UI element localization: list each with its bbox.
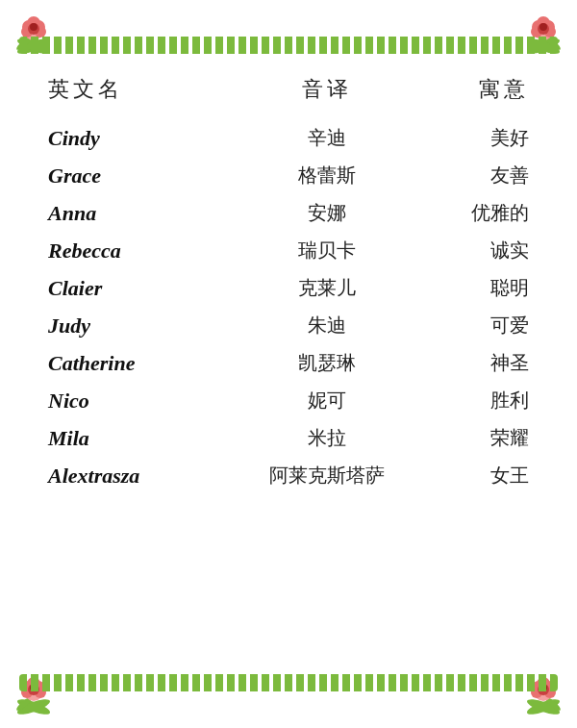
phonetic-name: 安娜	[240, 200, 414, 226]
table-row: Nico 妮可 胜利	[48, 382, 529, 419]
meaning-name: 荣耀	[414, 425, 529, 451]
table-row: Claier 克莱儿 聪明	[48, 269, 529, 307]
phonetic-name: 米拉	[240, 425, 414, 451]
english-name: Claier	[48, 276, 240, 301]
meaning-name: 胜利	[414, 388, 529, 414]
table-container: 英文名 音译 寓意 Cindy 辛迪 美好 Grace 格蕾斯 友善 Anna …	[29, 58, 548, 670]
phonetic-name: 瑞贝卡	[240, 238, 414, 264]
table-row: Judy 朱迪 可爱	[48, 307, 529, 344]
meaning-name: 女王	[414, 463, 529, 489]
phonetic-name: 克莱儿	[240, 275, 414, 301]
english-name: Cindy	[48, 126, 240, 151]
table-row: Cindy 辛迪 美好	[48, 119, 529, 157]
table-row: Catherine 凯瑟琳 神圣	[48, 344, 529, 382]
svg-point-21	[539, 23, 547, 31]
english-name: Nico	[48, 389, 240, 414]
border-top	[19, 37, 558, 54]
svg-point-10	[30, 23, 38, 31]
header-meaning: 寓意	[414, 75, 529, 104]
table-row: Grace 格蕾斯 友善	[48, 157, 529, 194]
english-name: Judy	[48, 314, 240, 339]
phonetic-name: 朱迪	[240, 313, 414, 339]
table-row: Rebecca 瑞贝卡 诚实	[48, 232, 529, 269]
phonetic-name: 妮可	[240, 388, 414, 414]
phonetic-name: 格蕾斯	[240, 163, 414, 188]
meaning-name: 可爱	[414, 313, 529, 339]
table-row: Anna 安娜 优雅的	[48, 194, 529, 232]
english-name: Alextrasza	[48, 464, 240, 489]
english-name: Catherine	[48, 351, 240, 376]
phonetic-name: 阿莱克斯塔萨	[240, 463, 414, 489]
meaning-name: 诚实	[414, 238, 529, 264]
meaning-name: 友善	[414, 163, 529, 188]
meaning-name: 聪明	[414, 275, 529, 301]
phonetic-name: 凯瑟琳	[240, 350, 414, 376]
english-name: Mila	[48, 426, 240, 451]
english-name: Rebecca	[48, 238, 240, 264]
rows-container: Cindy 辛迪 美好 Grace 格蕾斯 友善 Anna 安娜 优雅的 Reb…	[48, 119, 529, 494]
meaning-name: 优雅的	[414, 200, 529, 226]
header-phonetic: 音译	[240, 75, 414, 104]
english-name: Grace	[48, 163, 240, 188]
english-name: Anna	[48, 201, 240, 226]
meaning-name: 神圣	[414, 350, 529, 376]
meaning-name: 美好	[414, 125, 529, 151]
table-row: Mila 米拉 荣耀	[48, 419, 529, 457]
table-header: 英文名 音译 寓意	[48, 67, 529, 115]
page-container: 英文名 音译 寓意 Cindy 辛迪 美好 Grace 格蕾斯 友善 Anna …	[0, 0, 577, 728]
phonetic-name: 辛迪	[240, 125, 414, 151]
header-english: 英文名	[48, 75, 240, 104]
table-row: Alextrasza 阿莱克斯塔萨 女王	[48, 457, 529, 494]
border-bottom	[19, 674, 558, 691]
